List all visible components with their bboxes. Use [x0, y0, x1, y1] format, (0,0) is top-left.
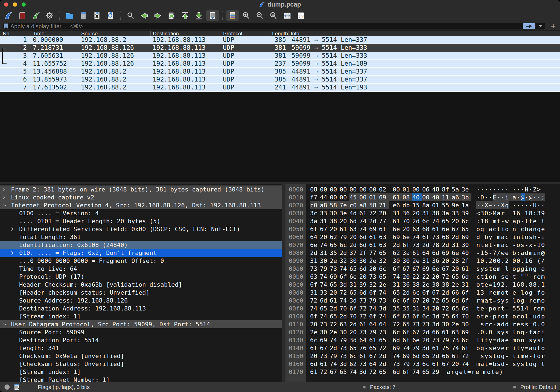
packet-row[interactable]: 37.605631192.168.88.126192.168.88.113UDP…: [0, 52, 560, 60]
restart-capture-button[interactable]: [30, 10, 42, 21]
hex-row[interactable]: 0020c0a8587ec0a85871e6db158a01559e1a··X~…: [285, 201, 560, 209]
close-file-button[interactable]: [91, 10, 103, 21]
hex-row[interactable]: 01406f672d73657665726974793d6175746fog-s…: [285, 344, 560, 352]
detail-row[interactable]: 0100 .... = Version: 4: [0, 209, 282, 217]
chevron-collapsed-icon[interactable]: [11, 251, 19, 255]
detail-row[interactable]: Source Address: 192.168.88.126: [0, 297, 282, 304]
go-to-packet-button[interactable]: [165, 10, 178, 21]
detail-row[interactable]: Header Checksum: 0xa63b [validation disa…: [0, 281, 282, 289]
detail-row[interactable]: Time to Live: 64: [0, 265, 282, 273]
detail-row[interactable]: [Stream index: 1]: [0, 312, 282, 320]
go-forward-button[interactable]: [151, 10, 164, 21]
filter-bookmark-icon[interactable]: [4, 23, 8, 29]
hex-row[interactable]: 00802d31352d372f7765623a61646d696e40-15-…: [285, 249, 560, 257]
status-profile[interactable]: Profile: Default: [513, 384, 556, 390]
packet-row[interactable]: 717.613502192.168.88.2192.168.88.113UDP2…: [0, 84, 560, 92]
detail-row[interactable]: Checksum: 0x9e1a [unverified]: [0, 352, 282, 360]
hex-row[interactable]: 00e0726d61743d7379736c6f672072656d6frmat…: [285, 297, 560, 304]
zoom-in-button[interactable]: [240, 10, 253, 21]
chevron-expanded-icon[interactable]: [3, 204, 11, 207]
hex-row[interactable]: 00a073797374656d206c6f6767696e672061syst…: [285, 265, 560, 273]
filter-add-button[interactable]: +: [549, 23, 558, 30]
filter-dropdown-caret[interactable]: [539, 25, 542, 27]
hex-row[interactable]: 00f074652d706f72743d353531342072656dte-p…: [285, 304, 560, 312]
column-header-source[interactable]: Source: [79, 31, 150, 36]
column-header-info[interactable]: Info: [288, 31, 560, 36]
display-filter-input[interactable]: [10, 23, 521, 30]
column-header-no[interactable]: No.: [0, 31, 31, 36]
detail-row[interactable]: .... 0101 = Header Length: 20 bytes (5): [0, 217, 282, 225]
detail-row[interactable]: [Stream index: 1]: [0, 368, 282, 376]
hex-row[interactable]: 017061726765743d72656d6f746529arget=remo…: [285, 368, 560, 376]
hex-row[interactable]: 00303c33303e4d61722031362031383a3339<30>…: [285, 209, 560, 217]
resize-columns-button[interactable]: [281, 10, 294, 21]
close-button[interactable]: [4, 2, 8, 7]
find-packet-button[interactable]: [124, 10, 137, 21]
go-back-button[interactable]: [138, 10, 151, 21]
hex-row[interactable]: 00c06f74653d3139322e3136382e38382e31ote=…: [285, 281, 560, 289]
packet-row[interactable]: 411.655752192.168.88.126192.168.88.113UD…: [0, 60, 560, 68]
go-to-bottom-button[interactable]: [192, 10, 205, 21]
hex-row[interactable]: 0000080000000000000200010006488f5a3e····…: [285, 185, 560, 193]
column-header-time[interactable]: Time: [31, 31, 79, 36]
hex-row[interactable]: 0110207372632d616464726573733d302e30 src…: [285, 320, 560, 328]
detail-row[interactable]: Total Length: 361: [0, 233, 282, 241]
chevron-collapsed-icon[interactable]: [3, 187, 11, 191]
column-header-protocol[interactable]: Protocol: [221, 31, 270, 36]
capture-comment-icon[interactable]: [14, 384, 20, 390]
zoom-out-button[interactable]: [253, 10, 266, 21]
hex-row[interactable]: 00403a3138206d742d7761702d6c7465206c:18 …: [285, 217, 560, 225]
auto-scroll-button[interactable]: [206, 10, 219, 21]
hex-row[interactable]: 0010f744000045000169610840004011a63b·D··…: [285, 193, 560, 201]
detail-row[interactable]: Destination Address: 192.168.88.113: [0, 304, 282, 312]
hex-row[interactable]: 0150207379736c6f672d74696d652d666f72 sys…: [285, 352, 560, 360]
detail-row[interactable]: [Header checksum status: Unverified]: [0, 289, 282, 297]
detail-row[interactable]: [Checksum Status: Unverified]: [0, 360, 282, 368]
capture-options-button[interactable]: [43, 10, 56, 21]
hex-row[interactable]: 00506f6720616374696f6e206368616e6765og a…: [285, 225, 560, 233]
chevron-expanded-icon[interactable]: [3, 323, 11, 326]
detail-row[interactable]: Frame 2: 381 bytes on wire (3048 bits), …: [0, 185, 282, 193]
hex-row[interactable]: 009031302e3230302e3230302e313620282f10.2…: [285, 257, 560, 265]
save-file-button[interactable]: [77, 10, 90, 21]
minimize-button[interactable]: [13, 2, 17, 7]
column-header-destination[interactable]: Destination: [150, 31, 221, 36]
column-header-length[interactable]: Length: [270, 31, 288, 36]
vertical-splitter[interactable]: [282, 184, 285, 382]
detail-row[interactable]: Differentiated Services Field: 0x00 (DSC…: [0, 225, 282, 233]
detail-row[interactable]: Identification: 0x6108 (24840): [0, 241, 282, 249]
chevron-collapsed-icon[interactable]: [11, 227, 19, 231]
detail-row[interactable]: Protocol: UDP (17): [0, 273, 282, 281]
wireshark-button[interactable]: [2, 10, 15, 21]
detail-row[interactable]: User Datagram Protocol, Src Port: 59099,…: [0, 320, 282, 328]
hex-row[interactable]: 00b06374696f6e207365742022222072656dctio…: [285, 273, 560, 281]
detail-row[interactable]: ...0 0000 0000 0000 = Fragment Offset: 0: [0, 257, 282, 265]
hex-row[interactable]: 01202e302e30207379736c6f672d66616369.0.0…: [285, 328, 560, 336]
open-file-button[interactable]: [63, 10, 76, 21]
hex-row[interactable]: 01306c6974793d6461656d6f6e207379736clity…: [285, 336, 560, 344]
detail-row[interactable]: Length: 341: [0, 344, 282, 352]
hex-row[interactable]: 006064206279206d6163696e746f73682d69d by…: [285, 233, 560, 241]
chevron-collapsed-icon[interactable]: [3, 195, 11, 199]
packet-row[interactable]: 27.218731192.168.88.126192.168.88.113UDP…: [0, 44, 560, 52]
expert-info-icon[interactable]: [4, 384, 10, 390]
zoom-button[interactable]: [22, 2, 26, 7]
stop-capture-button[interactable]: [16, 10, 29, 21]
hex-row[interactable]: 01606d61743d6273642d7379736c6f672074mat=…: [285, 360, 560, 368]
packet-row[interactable]: 513.456888192.168.88.2192.168.88.113UDP3…: [0, 68, 560, 76]
reload-file-button[interactable]: [104, 10, 117, 21]
hex-row[interactable]: 00706e74656c2d6d61632d6f732d782d3130ntel…: [285, 241, 560, 249]
go-to-top-button[interactable]: [179, 10, 192, 21]
detail-row[interactable]: Linux cooked capture v2: [0, 193, 282, 201]
zoom-reset-button[interactable]: [267, 10, 280, 21]
detail-row[interactable]: Destination Port: 5514: [0, 336, 282, 344]
colorize-packets-button[interactable]: [226, 10, 239, 21]
layout-123-button[interactable]: 123: [294, 10, 307, 21]
detail-row[interactable]: [Stream Packet Number: 1]: [0, 376, 282, 382]
detail-row[interactable]: Internet Protocol Version 4, Src: 192.16…: [0, 201, 282, 209]
filter-apply-button[interactable]: [523, 23, 535, 29]
horizontal-splitter[interactable]: [0, 182, 560, 184]
detail-row[interactable]: 010. .... = Flags: 0x2, Don't fragment: [0, 249, 282, 257]
packet-row[interactable]: 10.000000192.168.88.2192.168.88.113UDP38…: [0, 36, 560, 44]
hex-row[interactable]: 00d031332072656d6f74652d6c6f672d666f13 r…: [285, 289, 560, 297]
